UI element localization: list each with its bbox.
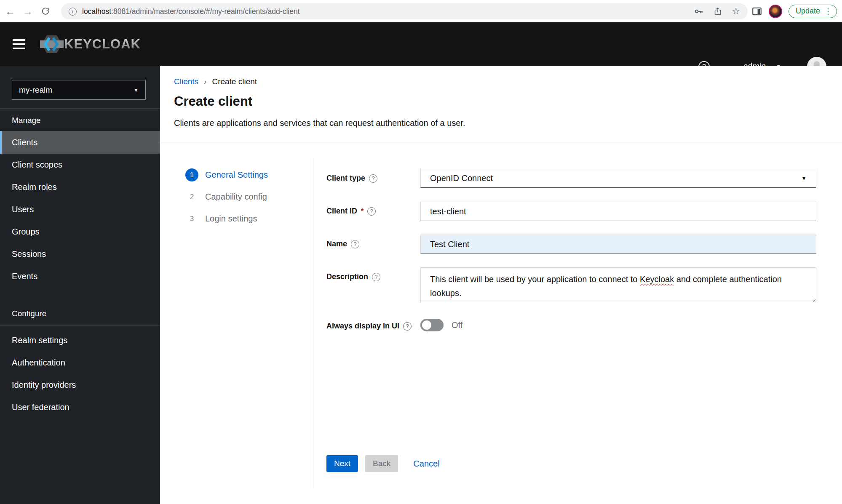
client-id-label: Client ID * ? [326, 202, 420, 216]
required-asterisk: * [361, 208, 364, 215]
help-icon[interactable]: ? [351, 240, 359, 248]
browser-reload-icon[interactable] [38, 0, 53, 22]
side-panel-icon[interactable] [751, 6, 762, 17]
nav-group-manage: Manage [0, 110, 160, 131]
client-id-input[interactable]: test-client [420, 202, 816, 221]
main-content: Clients › Create client Create client Cl… [160, 66, 842, 504]
client-type-label: Client type ? [326, 169, 420, 183]
site-info-icon[interactable]: i [69, 8, 77, 16]
nav-group-configure: Configure [0, 304, 160, 326]
realm-selector[interactable]: my-realm ▼ [12, 80, 146, 100]
browser-profile-avatar[interactable] [769, 5, 782, 18]
share-icon[interactable] [713, 7, 722, 16]
chevron-down-icon: ▼ [134, 87, 139, 93]
hamburger-menu-icon[interactable] [13, 39, 25, 49]
page-title: Create client [174, 94, 252, 109]
url-text: localhost:8081/admin/master/console/#/my… [82, 7, 300, 16]
sidebar-item-client-scopes[interactable]: Client scopes [0, 154, 160, 176]
description-textarea[interactable]: This client will be used by your applica… [420, 267, 816, 303]
keycloak-logo-icon [40, 34, 64, 54]
chevron-down-icon: ▼ [801, 175, 807, 181]
wizard-step-login-settings[interactable]: 3 Login settings [185, 212, 268, 225]
breadcrumb-current: Create client [212, 77, 257, 86]
update-button[interactable]: Update ⋮ [789, 5, 837, 18]
toggle-state-label: Off [452, 320, 462, 330]
back-button[interactable]: Back [365, 455, 398, 472]
wizard-steps-nav: 1 General Settings 2 Capability config 3… [185, 168, 268, 234]
next-button[interactable]: Next [326, 455, 358, 472]
general-settings-form: Client type ? OpenID Connect ▼ Client ID… [326, 169, 816, 345]
create-client-wizard: 1 General Settings 2 Capability config 3… [160, 142, 842, 504]
sidebar-item-events[interactable]: Events [0, 265, 160, 288]
sidebar-nav: Manage Clients Client scopes Realm roles… [0, 110, 160, 419]
name-label: Name ? [326, 235, 420, 248]
browser-forward-icon[interactable]: → [20, 0, 35, 22]
sidebar-item-groups[interactable]: Groups [0, 221, 160, 243]
always-display-label: Always display in UI ? [326, 317, 420, 331]
address-bar[interactable]: i localhost:8081/admin/master/console/#/… [61, 3, 748, 19]
sidebar-item-realm-roles[interactable]: Realm roles [0, 176, 160, 198]
bookmark-star-icon[interactable]: ☆ [732, 7, 740, 16]
breadcrumb: Clients › Create client [174, 77, 257, 86]
cancel-button[interactable]: Cancel [413, 459, 439, 469]
update-menu-dots-icon[interactable]: ⋮ [824, 7, 832, 16]
sidebar-divider [0, 108, 160, 109]
sidebar-item-users[interactable]: Users [0, 198, 160, 221]
wizard-actions: Next Back Cancel [326, 455, 440, 472]
app-header: KEYCLOAK ? admin ▼ [0, 22, 842, 66]
sidebar-item-user-federation[interactable]: User federation [0, 396, 160, 419]
breadcrumb-clients-link[interactable]: Clients [174, 77, 198, 86]
browser-toolbar: ← → i localhost:8081/admin/master/consol… [0, 0, 842, 22]
help-icon[interactable]: ? [369, 174, 377, 183]
sidebar-item-sessions[interactable]: Sessions [0, 243, 160, 265]
brand-text: KEYCLOAK [64, 37, 141, 52]
page-subtitle: Clients are applications and services th… [174, 118, 465, 128]
sidebar-item-realm-settings[interactable]: Realm settings [0, 329, 160, 352]
password-key-icon[interactable] [694, 6, 704, 16]
sidebar: my-realm ▼ Manage Clients Client scopes … [0, 66, 160, 504]
help-icon[interactable]: ? [372, 273, 380, 281]
help-icon[interactable]: ? [403, 322, 412, 331]
sidebar-item-identity-providers[interactable]: Identity providers [0, 374, 160, 396]
sidebar-item-clients[interactable]: Clients [0, 131, 160, 154]
breadcrumb-separator-icon: › [204, 77, 206, 86]
keycloak-logo: KEYCLOAK [40, 34, 141, 54]
wizard-step-capability-config[interactable]: 2 Capability config [185, 190, 268, 203]
sidebar-item-authentication[interactable]: Authentication [0, 352, 160, 374]
realm-name: my-realm [19, 85, 52, 95]
wizard-step-general-settings[interactable]: 1 General Settings [185, 168, 268, 181]
help-icon[interactable]: ? [367, 207, 376, 216]
name-input[interactable]: Test Client [420, 235, 816, 254]
always-display-toggle[interactable] [420, 319, 444, 331]
client-type-select[interactable]: OpenID Connect ▼ [420, 169, 816, 188]
wizard-vertical-divider [313, 158, 313, 488]
description-label: Description ? [326, 267, 420, 281]
browser-back-icon[interactable]: ← [3, 0, 18, 22]
